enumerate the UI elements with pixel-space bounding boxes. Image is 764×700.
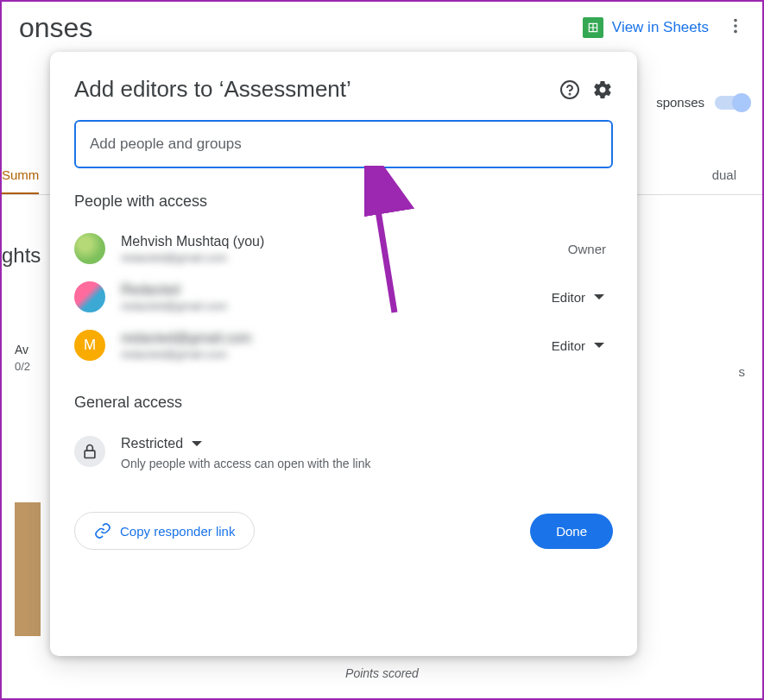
avatar [74,281,105,312]
share-dialog: Add editors to ‘Assessment’ People with … [50,52,637,656]
chevron-down-icon [594,294,604,300]
chart-bar [15,502,41,636]
tab-summary[interactable]: Summ [2,157,39,194]
dialog-title: Add editors to ‘Assessment’ [74,76,351,103]
copy-link-label: Copy responder link [120,524,235,539]
insights-heading: ghts [2,243,41,268]
svg-rect-5 [85,451,95,457]
link-icon [94,522,111,539]
access-description: Only people with access can open with th… [121,457,613,470]
people-access-heading: People with access [74,192,613,211]
svg-point-0 [734,19,737,22]
role-dropdown[interactable]: Editor [543,333,613,358]
chevron-down-icon [192,441,202,446]
svg-point-4 [570,93,571,94]
more-icon[interactable] [726,16,745,39]
view-in-sheets-button[interactable]: View in Sheets [583,17,709,38]
help-icon[interactable] [559,79,580,100]
tab-individual[interactable]: dual [712,157,762,194]
stat-average-value: 0/2 [15,360,30,373]
copy-link-button[interactable]: Copy responder link [74,512,255,550]
person-row: Redacted redacted@gmail.com Editor [74,273,613,321]
person-row: M redacted@gmail.com redacted@gmail.com … [74,321,613,369]
gear-icon[interactable] [592,79,613,100]
person-email: redacted@gmail.com [121,251,568,264]
access-mode-dropdown[interactable]: Restricted [121,436,613,451]
avatar [74,233,105,264]
lock-icon [74,436,105,467]
person-email: redacted@gmail.com [121,348,543,361]
view-sheets-label: View in Sheets [612,19,709,36]
person-name: Redacted [121,282,543,298]
add-people-input[interactable] [74,120,613,168]
svg-point-2 [734,30,737,34]
chevron-down-icon [594,343,604,348]
role-owner: Owner [568,242,606,256]
svg-point-1 [734,24,737,28]
general-access-heading: General access [74,394,613,412]
stat-right: s [739,364,746,379]
person-email: redacted@gmail.com [121,300,543,312]
role-label: Editor [552,338,585,353]
done-button[interactable]: Done [530,514,613,549]
responses-toggle-label: sponses [656,95,704,110]
general-access-row: Restricted Only people with access can o… [74,426,613,481]
avatar: M [74,330,105,361]
person-name: Mehvish Mushtaq (you) [121,234,568,249]
person-row: Mehvish Mushtaq (you) redacted@gmail.com… [74,224,613,273]
role-dropdown[interactable]: Editor [543,285,613,310]
sheets-icon [583,17,603,38]
person-name: redacted@gmail.com [121,331,543,346]
role-label: Editor [552,290,585,305]
responses-toggle[interactable] [715,96,749,110]
points-scored-label: Points scored [345,666,419,680]
access-mode-label: Restricted [121,436,183,451]
stat-average-label: Av [15,343,30,356]
bg-page-title: onses [19,12,92,44]
